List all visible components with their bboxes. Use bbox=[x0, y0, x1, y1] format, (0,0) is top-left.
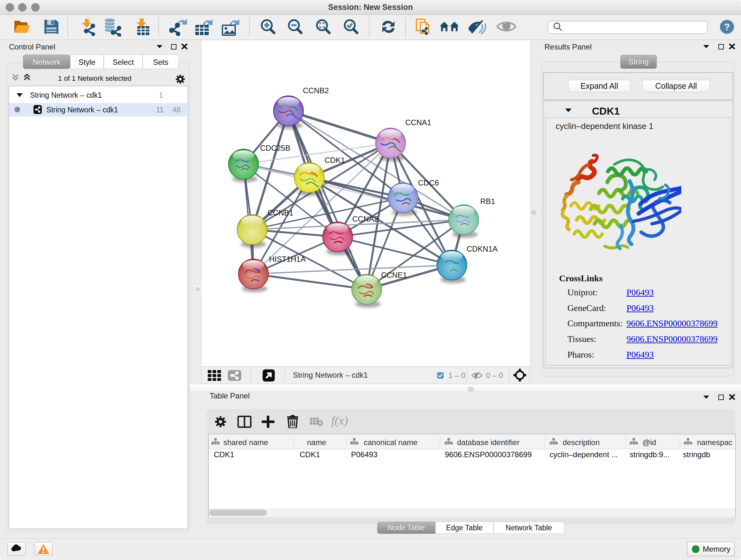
svg-text:CCNB1: CCNB1 bbox=[267, 208, 293, 217]
svg-text:CDC6: CDC6 bbox=[418, 179, 439, 187]
svg-text:CDKN1A: CDKN1A bbox=[467, 245, 497, 253]
svg-text:HIST1H1A: HIST1H1A bbox=[269, 255, 306, 263]
svg-text:CCNA2: CCNA2 bbox=[352, 214, 378, 223]
svg-text:RB1: RB1 bbox=[480, 197, 495, 206]
svg-text:CDC25B: CDC25B bbox=[260, 144, 290, 152]
svg-text:CCNA1: CCNA1 bbox=[405, 118, 431, 127]
svg-text:CDK1: CDK1 bbox=[325, 156, 345, 165]
svg-text:CCNB2: CCNB2 bbox=[303, 86, 329, 95]
svg-text:CCNE1: CCNE1 bbox=[381, 271, 407, 279]
